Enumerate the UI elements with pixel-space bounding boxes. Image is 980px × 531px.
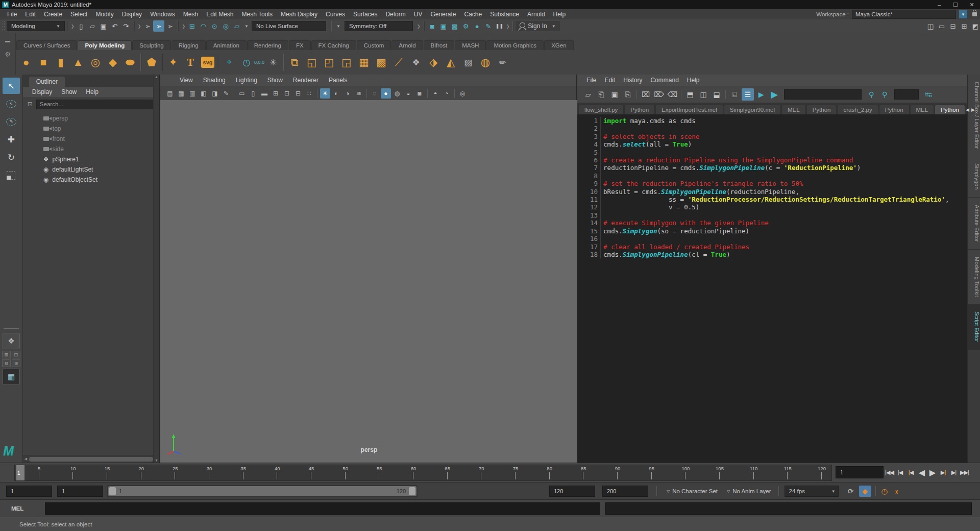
step-back-key-button[interactable]: |◀ xyxy=(905,466,916,478)
reset-transform-icon[interactable]: ◷ xyxy=(238,53,255,72)
snap-to-projected-center-button[interactable]: ◎ xyxy=(220,20,231,32)
step-forward-frame-button[interactable]: ▶| xyxy=(948,466,959,478)
use-default-material-icon[interactable]: ◒ xyxy=(403,88,413,99)
shelf-tab-fx-caching[interactable]: FX Caching xyxy=(311,40,356,50)
boolean-union-icon[interactable]: ◱ xyxy=(303,53,321,72)
menu-uv[interactable]: UV xyxy=(410,9,427,19)
show-line-numbers-icon[interactable]: ☰ xyxy=(742,88,754,101)
clear-input-icon[interactable]: ⌦ xyxy=(653,88,665,101)
sidebar-tab-attribute-editor[interactable]: Attribute Editor xyxy=(968,198,980,250)
script-menu-edit[interactable]: Edit xyxy=(600,75,619,86)
menu-edit-mesh[interactable]: Edit Mesh xyxy=(202,9,237,19)
workspace-dropdown[interactable]: Maya Classic* xyxy=(852,10,956,19)
render-view-button[interactable]: ◙ xyxy=(427,20,438,32)
playback-start-field[interactable]: 1 xyxy=(57,486,103,497)
script-tab-python[interactable]: Python xyxy=(806,105,837,114)
menu-help[interactable]: Help xyxy=(549,9,570,19)
quad-draw-icon[interactable]: ✏ xyxy=(494,53,511,72)
open-scene-button[interactable]: ▱ xyxy=(87,20,98,32)
viewport-menu-show[interactable]: Show xyxy=(262,77,288,84)
xray-icon[interactable]: ◙ xyxy=(414,88,425,99)
minimize-button[interactable]: – xyxy=(931,0,947,9)
workspace-lock-icon[interactable] xyxy=(972,12,977,16)
exposure-icon[interactable]: ◓ xyxy=(430,88,440,99)
menu-arnold[interactable]: Arnold xyxy=(523,9,549,19)
safe-title-icon[interactable]: ⊟ xyxy=(293,88,303,99)
boolean-intersection-icon[interactable]: ◲ xyxy=(338,53,355,72)
paint-effects-button[interactable]: ✎ xyxy=(483,20,494,32)
viewport-panel[interactable]: ViewShadingLightingShowRendererPanels ▤▦… xyxy=(160,75,577,463)
multi-cut-icon[interactable]: ⟋ xyxy=(390,53,407,72)
snap-to-curve-button[interactable]: ◠ xyxy=(198,20,209,32)
render-settings-button[interactable]: ⚙ xyxy=(460,20,472,32)
layout-persp-outliner-button[interactable]: ▥ xyxy=(2,351,11,358)
textured-icon[interactable]: ◍ xyxy=(392,88,402,99)
shelf-tab-curves-surfaces[interactable]: Curves / Surfaces xyxy=(16,40,77,50)
outliner-menu-display[interactable]: Display xyxy=(28,88,56,95)
rotate-tool[interactable]: ↻ xyxy=(3,149,20,165)
menu-mesh-display[interactable]: Mesh Display xyxy=(277,9,322,19)
viewport-canvas[interactable]: persp xyxy=(160,100,578,463)
camera-attributes-icon[interactable]: ▦ xyxy=(176,88,186,99)
step-back-frame-button[interactable]: |◀ xyxy=(895,466,905,478)
play-backwards-button[interactable]: ◀ xyxy=(916,466,927,478)
shelf-tab-mash[interactable]: MASH xyxy=(455,40,486,50)
menu-substance[interactable]: Substance xyxy=(486,9,523,19)
outliner-tab[interactable]: Outliner xyxy=(29,77,65,87)
script-tab-mel[interactable]: MEL xyxy=(910,105,935,114)
pause-viewport-button[interactable]: ❚❚ xyxy=(494,20,505,32)
range-end-handle[interactable] xyxy=(409,487,415,495)
wireframe-icon[interactable]: ◌ xyxy=(370,88,380,99)
script-menu-file[interactable]: File xyxy=(582,75,600,86)
shelf-menu-icon[interactable]: ▬ xyxy=(5,38,10,43)
viewport-menu-panels[interactable]: Panels xyxy=(324,77,353,84)
goto-line-icon[interactable]: ⭾ xyxy=(922,88,935,101)
layout-persp-uv-button[interactable]: ⊞ xyxy=(12,359,20,367)
workspace-caret-icon[interactable]: ▼ xyxy=(959,10,967,18)
menu-deform[interactable]: Deform xyxy=(381,9,409,19)
film-gate-icon[interactable]: ▭ xyxy=(237,88,247,99)
select-hierarchy-mode-button[interactable]: ➢ xyxy=(142,20,153,32)
open-script-add-icon[interactable]: ⎗ xyxy=(595,88,607,101)
render-current-frame-button[interactable]: ▣ xyxy=(438,20,449,32)
script-menu-help[interactable]: Help xyxy=(683,75,704,86)
paint-select-tool[interactable]: ✎ xyxy=(3,113,20,130)
scene-sphere[interactable] xyxy=(160,100,578,463)
undo-button[interactable]: ↶ xyxy=(109,20,120,32)
menu-display[interactable]: Display xyxy=(118,9,146,19)
playback-end-field[interactable]: 120 xyxy=(549,486,595,497)
live-caret-icon[interactable]: ▼ xyxy=(336,24,340,29)
script-tab-llow-shell-py[interactable]: llow_shell.py xyxy=(578,105,624,114)
outliner-menu-show[interactable]: Show xyxy=(57,88,81,95)
new-scene-button[interactable]: ▯ xyxy=(76,20,87,32)
range-start-handle[interactable] xyxy=(109,487,116,495)
search-down-icon[interactable]: ⚲ xyxy=(865,88,877,101)
sidebar-tab-modeling-toolkit[interactable]: Modeling Toolkit xyxy=(968,250,980,305)
sculpt-trax-icon[interactable]: ✳ xyxy=(264,53,282,72)
viewport-menu-lighting[interactable]: Lighting xyxy=(231,77,262,84)
clear-all-icon[interactable]: ⌫ xyxy=(666,88,678,101)
shelf-tab-sculpting[interactable]: Sculpting xyxy=(132,40,170,50)
toggle-panel-layout-button[interactable]: ⊟ xyxy=(947,20,959,32)
maximize-button[interactable]: ☐ xyxy=(947,0,964,9)
menu-modify[interactable]: Modify xyxy=(91,9,117,19)
ipr-render-button[interactable]: ▩ xyxy=(449,20,460,32)
isolate-select-icon[interactable]: ◎ xyxy=(457,88,468,99)
menu-mesh[interactable]: Mesh xyxy=(179,9,202,19)
snap-to-view-plane-button[interactable]: ▱ xyxy=(231,20,242,32)
close-button[interactable]: ✕ xyxy=(964,0,980,9)
shelf-tab-arnold[interactable]: Arnold xyxy=(391,40,423,50)
outliner-item-top[interactable]: top xyxy=(23,124,159,134)
menu-windows[interactable]: Windows xyxy=(146,9,179,19)
outliner-item-front[interactable]: front xyxy=(23,134,159,144)
reduce-icon[interactable]: ▨ xyxy=(459,53,477,72)
grease-pencil-icon[interactable]: ✎ xyxy=(221,88,231,99)
safe-action-icon[interactable]: ⊡ xyxy=(282,88,292,99)
layout-persp-hypershade-button[interactable]: ⊟ xyxy=(2,359,11,367)
wedge-icon[interactable]: ◭ xyxy=(442,53,459,72)
script-tab-python[interactable]: Python xyxy=(624,105,655,114)
animation-end-field[interactable]: 200 xyxy=(602,486,648,497)
poly-cube-icon[interactable]: ■ xyxy=(35,53,52,72)
play-forwards-button[interactable]: ▶ xyxy=(927,466,938,478)
symmetry-field[interactable]: Symmetry: Off xyxy=(345,21,413,31)
